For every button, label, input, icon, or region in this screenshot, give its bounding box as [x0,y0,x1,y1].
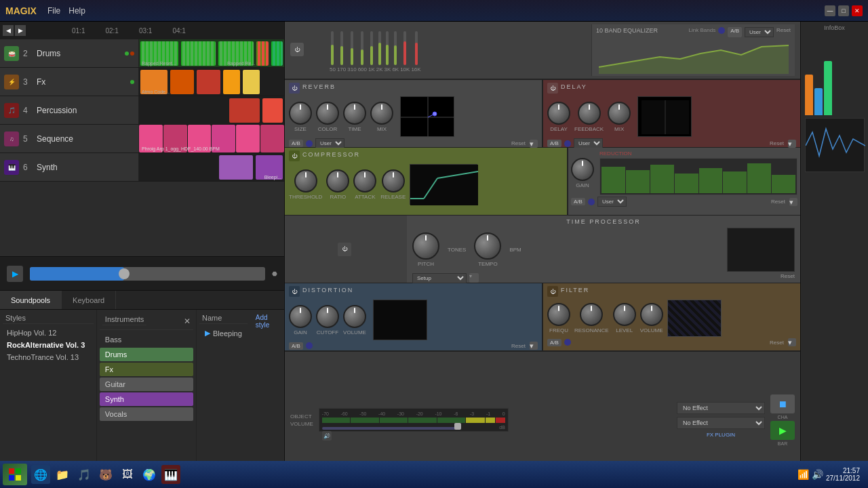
comp-menu-button[interactable]: ▾ [789,198,797,206]
mixer-icon-button[interactable]: 🔊 [322,431,332,441]
eq-ab-button[interactable]: A/B [728,27,742,37]
reverb-ab-button[interactable]: A/B [289,140,303,147]
comp-threshold-knob[interactable] [294,169,317,192]
scroll-left-button[interactable]: ◀ [3,25,14,36]
tp-pitch-knob[interactable] [412,232,439,260]
progress-thumb[interactable] [119,268,130,279]
drum-block-2[interactable] [181,41,216,66]
inst-guitar[interactable]: Guitar [100,378,193,391]
track-label-fx[interactable]: ⚡ 3 Fx [0,68,139,96]
comp-preset-select[interactable]: User [597,197,627,207]
fx-block-3[interactable] [197,70,220,94]
delay-preset-select[interactable]: User [574,138,603,148]
delay-reset-button[interactable]: Reset [770,140,784,146]
delay-menu-button[interactable]: ▾ [788,140,796,148]
tp-setup-select[interactable]: Setup [412,273,467,283]
play-bar-button[interactable]: ▶ [770,421,795,440]
dist-ab-button[interactable]: A/B [289,342,303,350]
filter-resonance-knob[interactable] [580,303,603,326]
taskbar-icon-player[interactable]: 🎵 [75,465,94,484]
delay-feedback-knob[interactable] [578,102,601,125]
filter-reset-button[interactable]: Reset [770,340,784,346]
reverb-reset-button[interactable]: Reset [511,140,526,146]
menu-help[interactable]: Help [68,6,85,16]
synth-block-2[interactable]: Bleepi... [256,155,283,180]
eq-slider-10k[interactable] [403,31,406,65]
tp-setup-dropdown[interactable]: ▾ [469,273,479,283]
eq-slider-600[interactable] [361,31,363,65]
reverb-ab-toggle[interactable] [306,140,313,147]
reverb-preset-select[interactable]: User [315,138,344,148]
comp-ratio-knob[interactable] [326,169,349,192]
track-content-fx[interactable]: Atmo Code... [139,68,284,96]
dist-menu-button[interactable]: ▾ [530,342,538,350]
effect-select-2[interactable]: No Effect [677,417,765,429]
filter-frequ-knob[interactable] [547,303,570,326]
fx-block-5[interactable] [243,70,260,94]
filter-menu-button[interactable]: ▾ [788,338,796,346]
eq-slider-50[interactable] [331,31,334,65]
tp-reset-button[interactable]: Reset [781,273,795,283]
close-button[interactable]: ✕ [852,5,863,16]
track-content-sequence[interactable]: Phroig Arp 1_ogg_HDF_140.00 BPM [139,125,284,152]
progress-bar[interactable] [30,267,265,281]
dist-reset-button[interactable]: Reset [511,343,526,349]
eq-link-toggle[interactable] [718,27,725,34]
taskbar-icon-browser[interactable]: 🌍 [140,465,159,484]
eq-power-button[interactable]: ⏻ [290,43,304,56]
comp-reset-button[interactable]: Reset [771,199,785,205]
reverb-size-knob[interactable] [289,102,312,125]
tp-tempo-knob[interactable] [474,232,501,260]
eq-reset-button[interactable]: Reset [776,27,791,37]
inst-vocals[interactable]: Vocals [100,407,193,421]
comp-attack-knob[interactable] [353,169,376,192]
eq-slider-6k[interactable] [394,31,397,65]
taskbar-icon-ie[interactable]: 🌐 [31,465,50,484]
delay-power-button[interactable]: ⏻ [547,83,558,94]
reverb-power-button[interactable]: ⏻ [289,83,300,94]
eq-slider-170[interactable] [340,31,343,65]
inst-drums[interactable]: Drums [100,348,193,361]
comp-release-knob[interactable] [382,169,405,192]
play-button[interactable]: ▶ [7,266,23,282]
dist-volume-knob[interactable] [343,305,366,328]
eq-slider-2k[interactable] [378,31,381,65]
reverb-mix-knob[interactable] [370,102,393,125]
eq-slider-16k[interactable] [415,31,418,65]
volume-slider-track[interactable]: dB [322,424,505,430]
track-content-drums[interactable]: Rapped Reset... Rapped Re... [139,39,284,67]
track-label-sequence[interactable]: ♫ 5 Sequence [0,125,139,152]
start-button[interactable] [3,464,27,485]
taskbar-icon-app2[interactable]: 🖼 [118,465,137,484]
effect-select-1[interactable]: No Effect [677,402,765,414]
eq-slider-1k[interactable] [370,31,373,65]
drum-block-4[interactable] [256,41,269,66]
eq-slider-310[interactable] [351,31,353,65]
maximize-button[interactable]: □ [838,5,849,16]
filter-ab-button[interactable]: A/B [547,339,561,346]
reverb-color-knob[interactable] [316,102,339,125]
minimize-button[interactable]: — [825,5,835,16]
taskbar-icon-magix[interactable]: 🎹 [161,465,180,484]
distortion-power-button[interactable]: ⏻ [289,286,300,297]
fx-block-2[interactable] [170,70,194,94]
track-label-drums[interactable]: 🥁 2 Drums [0,39,139,67]
comp-ab-toggle[interactable] [588,199,595,205]
inst-fx[interactable]: Fx [100,363,193,376]
inst-synth[interactable]: Synth [100,392,193,406]
filter-volume-knob[interactable] [640,303,663,326]
delay-mix-knob[interactable] [608,102,631,125]
style-item-hiphop[interactable]: HipHop Vol. 12 [3,327,94,339]
scroll-right-button[interactable]: ▶ [15,25,26,36]
reverb-menu-button[interactable]: ▾ [530,140,538,148]
delay-delay-knob[interactable] [547,102,570,125]
filter-ab-toggle[interactable] [564,339,571,346]
eq-slider-3k[interactable] [386,31,389,65]
inst-bass[interactable]: Bass [100,333,193,346]
fx-plugin-button[interactable]: FX PLUGIN [677,432,765,438]
loop-item-bleeping[interactable]: ▶ Bleeping [199,327,248,340]
taskbar-icon-folder[interactable]: 📁 [53,465,72,484]
fx-block-4[interactable] [223,70,240,94]
style-item-techno[interactable]: TechnoTrance Vol. 13 [3,351,94,363]
comp-ab-button[interactable]: A/B [571,198,585,205]
